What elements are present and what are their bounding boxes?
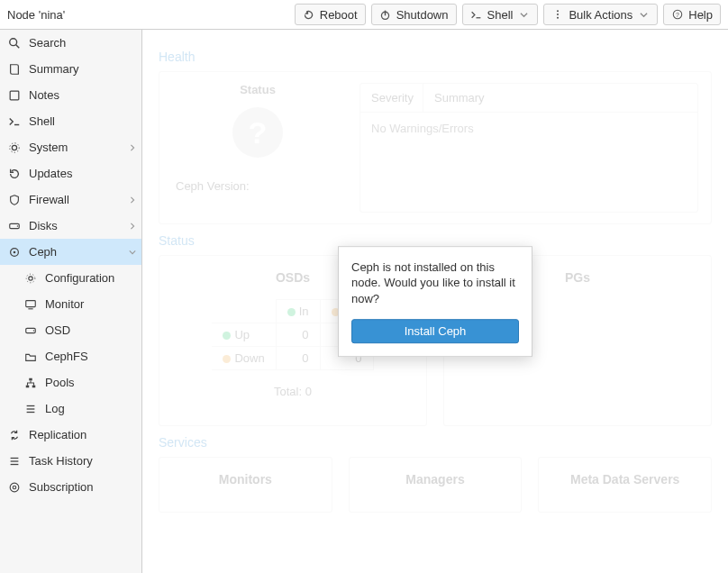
osds-total: Total: 0 — [172, 385, 414, 398]
monitors-title: Monitors — [172, 472, 319, 487]
col-in: In — [299, 305, 309, 318]
chevron-down-icon — [637, 8, 650, 21]
reboot-label: Reboot — [320, 8, 358, 22]
sidebar-item-configuration[interactable]: Configuration — [0, 265, 141, 291]
row-down: Down — [234, 351, 264, 365]
dot-green-icon — [223, 332, 231, 340]
sidebar-item-osd[interactable]: OSD — [0, 317, 141, 343]
terminal-icon — [7, 115, 22, 128]
monitor-icon — [23, 298, 38, 311]
sidebar-item-notes[interactable]: Notes — [0, 82, 141, 108]
sidebar-item-cephfs[interactable]: CephFS — [0, 343, 141, 369]
health-messages-table: Severity Summary No Warnings/Errors — [359, 83, 698, 213]
row-up: Up — [234, 328, 250, 341]
shell-dropdown[interactable]: Shell — [462, 4, 539, 25]
cell-down-in: 0 — [276, 347, 320, 370]
book-icon — [7, 63, 22, 76]
chevron-down-icon — [129, 249, 136, 256]
topbar: Node 'nina' Reboot Shutdown Shell Bulk A… — [0, 0, 728, 30]
sidebar-label: Notes — [29, 88, 59, 102]
sidebar-label: Firewall — [29, 193, 69, 206]
install-ceph-button[interactable]: Install Ceph — [351, 319, 519, 343]
sidebar-item-replication[interactable]: Replication — [0, 422, 141, 448]
sidebar-label: Ceph — [29, 245, 57, 259]
gears-icon — [7, 141, 22, 154]
svg-rect-26 — [32, 385, 36, 387]
sidebar-item-system[interactable]: System — [0, 134, 141, 160]
sidebar-label: Configuration — [45, 271, 114, 285]
health-panel: Status ? Ceph Version: Severity Summary … — [159, 71, 712, 224]
sidebar-item-log[interactable]: Log — [0, 396, 141, 422]
shutdown-button[interactable]: Shutdown — [371, 4, 457, 25]
ceph-version-label: Ceph Version: — [172, 179, 343, 193]
terminal-icon — [470, 8, 483, 21]
sidebar-label: Disks — [29, 219, 58, 232]
sidebar-item-task-history[interactable]: Task History — [0, 448, 141, 474]
svg-rect-25 — [26, 385, 30, 387]
ceph-icon — [7, 246, 22, 259]
sidebar-label: Log — [45, 402, 65, 415]
sidebar-label: Updates — [29, 167, 72, 180]
svg-point-33 — [10, 483, 19, 492]
help-icon: ? — [671, 8, 684, 21]
svg-text:?: ? — [676, 12, 679, 18]
sidebar-label: OSD — [45, 323, 70, 337]
svg-line-9 — [16, 44, 20, 48]
svg-point-12 — [12, 145, 16, 150]
svg-rect-10 — [10, 91, 19, 100]
reboot-button[interactable]: Reboot — [295, 4, 366, 25]
help-button[interactable]: ? Help — [663, 4, 721, 25]
svg-point-3 — [557, 10, 559, 12]
sidebar-item-search[interactable]: Search — [0, 30, 141, 56]
sidebar: Search Summary Notes Shell System Update… — [0, 30, 142, 573]
svg-point-23 — [33, 330, 35, 332]
menu-dots-icon — [551, 8, 564, 21]
refresh-icon — [7, 168, 22, 180]
svg-point-18 — [29, 276, 32, 279]
sidebar-item-disks[interactable]: Disks — [0, 213, 141, 239]
list-icon — [7, 455, 22, 468]
sidebar-label: Pools — [45, 376, 75, 389]
col-severity: Severity — [360, 84, 423, 112]
gear-icon — [23, 272, 38, 285]
sidebar-label: Task History — [29, 454, 93, 468]
health-messages-empty: No Warnings/Errors — [360, 113, 697, 212]
bulk-actions-dropdown[interactable]: Bulk Actions — [543, 4, 658, 25]
sidebar-item-ceph[interactable]: Ceph — [0, 239, 141, 265]
dot-orange-icon — [223, 355, 231, 363]
sidebar-label: Search — [29, 36, 66, 50]
shutdown-label: Shutdown — [396, 8, 449, 22]
sidebar-item-subscription[interactable]: Subscription — [0, 474, 141, 500]
node-title: Node 'nina' — [7, 8, 289, 22]
status-label: Status — [172, 83, 343, 96]
help-label: Help — [688, 8, 713, 22]
svg-point-19 — [26, 274, 35, 283]
svg-point-8 — [10, 38, 17, 45]
shell-label: Shell — [487, 8, 514, 22]
reboot-icon — [303, 8, 315, 21]
sidebar-item-updates[interactable]: Updates — [0, 160, 141, 186]
svg-point-4 — [557, 14, 559, 15]
sidebar-label: Replication — [29, 428, 86, 441]
list-icon — [23, 403, 38, 415]
col-summary: Summary — [423, 84, 697, 112]
chevron-right-icon — [129, 196, 136, 204]
sidebar-item-summary[interactable]: Summary — [0, 56, 141, 82]
sidebar-item-monitor[interactable]: Monitor — [0, 291, 141, 317]
svg-point-34 — [13, 486, 16, 489]
sidebar-label: Monitor — [45, 297, 84, 311]
sidebar-item-shell[interactable]: Shell — [0, 108, 141, 134]
notes-icon — [7, 89, 22, 102]
chevron-down-icon — [517, 8, 530, 21]
sidebar-label: Shell — [29, 114, 55, 128]
sitemap-icon — [23, 377, 38, 389]
sidebar-item-pools[interactable]: Pools — [0, 369, 141, 396]
bulk-label: Bulk Actions — [569, 8, 632, 22]
health-section-title: Health — [159, 50, 712, 64]
status-unknown-icon: ? — [232, 107, 283, 158]
services-section-title: Services — [159, 435, 712, 450]
svg-point-17 — [14, 250, 16, 253]
sidebar-item-firewall[interactable]: Firewall — [0, 186, 141, 213]
folder-icon — [23, 350, 38, 363]
sidebar-label: CephFS — [45, 350, 88, 363]
